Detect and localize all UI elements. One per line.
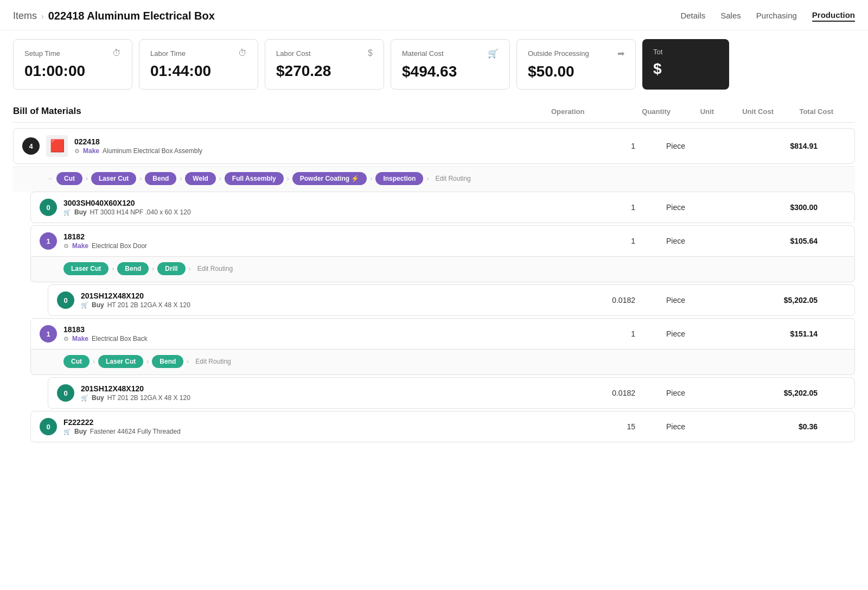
item-sku-18182: 18182 [63, 232, 575, 241]
edit-routing-18183[interactable]: Edit Routing [195, 358, 231, 365]
item-unit-201-2: Piece [642, 389, 685, 397]
metric-total-value: $ [653, 60, 718, 78]
metric-total-label: Tot [653, 48, 662, 56]
nav-details[interactable]: Details [680, 11, 705, 21]
metric-material-cost-label: Material Cost [402, 49, 444, 58]
item-info-3003: 3003SH040X60X120 🛒 Buy HT 3003 H14 NPF .… [63, 199, 575, 216]
route-laser-cut[interactable]: Laser Cut [91, 172, 136, 185]
item-desc-18182: Electrical Box Door [92, 242, 147, 250]
item-info-f222222: F222222 🛒 Buy Fastener 44624 Fully Threa… [63, 418, 575, 435]
route-cut-18183[interactable]: Cut [63, 355, 90, 368]
edit-routing-022418[interactable]: Edit Routing [435, 175, 470, 182]
indent-wrap-201-1: 0 201SH12X48X120 🛒 Buy HT 201 2B 12GA X … [30, 284, 855, 316]
metric-material-cost-value: $494.63 [402, 63, 499, 80]
item-badge-022418: 4 [22, 137, 40, 155]
item-meta-022418: ⚙ Make Aluminum Electrical Box Assembly [74, 147, 575, 155]
item-info-18182: 18182 ⚙ Make Electrical Box Door [63, 232, 575, 250]
route-laser-cut-18183[interactable]: Laser Cut [98, 355, 143, 368]
routing-arrow-7: › [426, 175, 429, 182]
route-bend[interactable]: Bend [145, 172, 176, 185]
bom-section: Bill of Materials Operation Quantity Uni… [0, 98, 868, 442]
route-full-assembly[interactable]: Full Assembly [225, 172, 284, 185]
breadcrumb-parent[interactable]: Items [13, 10, 37, 22]
item-unit-18183: Piece [642, 329, 685, 338]
nav-sales[interactable]: Sales [720, 11, 741, 21]
indent-wrap-f222222: 0 F222222 🛒 Buy Fastener 44624 Fully Thr… [13, 411, 855, 442]
item-totalcost-201-2: $5,202.05 [758, 389, 818, 397]
item-sku-022418: 022418 [74, 137, 575, 146]
item-badge-201-2: 0 [57, 384, 74, 402]
cart-icon-f222222: 🛒 [63, 428, 71, 435]
item-sku-3003: 3003SH040X60X120 [63, 199, 575, 207]
nav-production[interactable]: Production [812, 10, 855, 22]
metric-labor-time-label: Labor Time [150, 49, 186, 58]
route-drill-18182[interactable]: Drill [157, 262, 185, 275]
clock-icon: ⏱ [112, 48, 121, 58]
item-badge-18182: 1 [40, 232, 57, 250]
nav-purchasing[interactable]: Purchasing [756, 11, 797, 21]
item-qty-3003: 1 [581, 203, 635, 212]
item-sku-f222222: F222222 [63, 418, 575, 427]
bom-item-201-2: 0 201SH12X48X120 🛒 Buy HT 201 2B 12GA X … [48, 377, 855, 409]
metric-labor-time-value: 01:44:00 [150, 62, 247, 80]
routing-arrow-18183-1: › [93, 358, 95, 365]
route-weld[interactable]: Weld [185, 172, 215, 185]
route-inspection[interactable]: Inspection [375, 172, 423, 185]
item-meta-201-2: 🛒 Buy HT 201 2B 12GA X 48 X 120 [81, 394, 575, 402]
dollar-icon: $ [368, 48, 373, 58]
item-totalcost-18182: $105.64 [758, 237, 818, 245]
bom-item-18182: 1 18182 ⚙ Make Electrical Box Door 1 Pie… [30, 225, 855, 257]
metrics-row: Setup Time ⏱ 01:00:00 Labor Time ⏱ 01:44… [0, 30, 868, 98]
routing-arrow-0: → [47, 175, 53, 182]
routing-022418: → Cut › Laser Cut › Bend › Weld › Full A… [13, 166, 855, 192]
breadcrumb-current: 022418 Aluminum Electrical Box [48, 10, 215, 22]
item-desc-201-2: HT 201 2B 12GA X 48 X 120 [107, 394, 190, 402]
gear-icon-022418: ⚙ [74, 148, 80, 155]
indent-wrap-18182: 1 18182 ⚙ Make Electrical Box Door 1 Pie… [13, 225, 855, 316]
route-cut[interactable]: Cut [56, 172, 82, 185]
item-meta-18183: ⚙ Make Electrical Box Back [63, 335, 575, 342]
indent-wrap-201-2: 0 201SH12X48X120 🛒 Buy HT 201 2B 12GA X … [30, 377, 855, 409]
item-sku-201-2: 201SH12X48X120 [81, 384, 575, 393]
clock-icon-2: ⏱ [238, 48, 247, 58]
metric-labor-time: Labor Time ⏱ 01:44:00 [139, 39, 258, 90]
metric-setup-time-value: 01:00:00 [24, 62, 121, 80]
item-badge-f222222: 0 [40, 418, 57, 435]
bom-item-3003: 0 3003SH040X60X120 🛒 Buy HT 3003 H14 NPF… [30, 192, 855, 223]
route-powder-coating[interactable]: Powder Coating ⚡ [292, 172, 367, 185]
routing-arrow-18183-2: › [146, 358, 149, 365]
col-unit-cost: Unit Cost [714, 107, 774, 116]
item-qty-f222222: 15 [581, 422, 635, 431]
item-totalcost-18183: $151.14 [758, 329, 818, 338]
col-quantity: Quantity [616, 107, 671, 116]
item-type-022418: Make [83, 147, 99, 155]
item-qty-201-2: 0.0182 [581, 389, 635, 397]
item-type-f222222: Buy [74, 428, 87, 435]
route-bend-18183[interactable]: Bend [152, 355, 183, 368]
bom-item-18183: 1 18183 ⚙ Make Electrical Box Back 1 Pie… [30, 318, 855, 350]
metric-total: Tot $ [642, 39, 729, 90]
breadcrumb: Items › 022418 Aluminum Electrical Box [13, 10, 215, 22]
metric-setup-time: Setup Time ⏱ 01:00:00 [13, 39, 132, 90]
item-qty-18183: 1 [581, 329, 635, 338]
bom-item-022418: 4 🟥 022418 ⚙ Make Aluminum Electrical Bo… [13, 128, 855, 164]
metric-labor-cost-value: $270.28 [276, 62, 373, 80]
item-meta-18182: ⚙ Make Electrical Box Door [63, 242, 575, 250]
item-unit-f222222: Piece [642, 422, 685, 431]
item-meta-201-1: 🛒 Buy HT 201 2B 12GA X 48 X 120 [81, 301, 575, 309]
item-totalcost-022418: $814.91 [758, 142, 818, 150]
routing-arrow-4: › [219, 175, 221, 182]
route-laser-cut-18182[interactable]: Laser Cut [63, 262, 108, 275]
edit-routing-18182[interactable]: Edit Routing [197, 265, 233, 272]
item-type-201-1: Buy [92, 301, 104, 309]
route-bend-18182[interactable]: Bend [117, 262, 149, 275]
breadcrumb-separator: › [41, 12, 44, 21]
cart-icon-201-1: 🛒 [81, 302, 88, 309]
item-meta-3003: 🛒 Buy HT 3003 H14 NPF .040 x 60 X 120 [63, 208, 575, 216]
item-type-18183: Make [72, 335, 88, 342]
bom-main-group: 4 🟥 022418 ⚙ Make Aluminum Electrical Bo… [13, 128, 855, 442]
nav-links: Details Sales Purchasing Production [680, 10, 855, 22]
item-unit-022418: Piece [642, 142, 685, 150]
routing-arrow-2: › [139, 175, 142, 182]
item-badge-3003: 0 [40, 199, 57, 216]
